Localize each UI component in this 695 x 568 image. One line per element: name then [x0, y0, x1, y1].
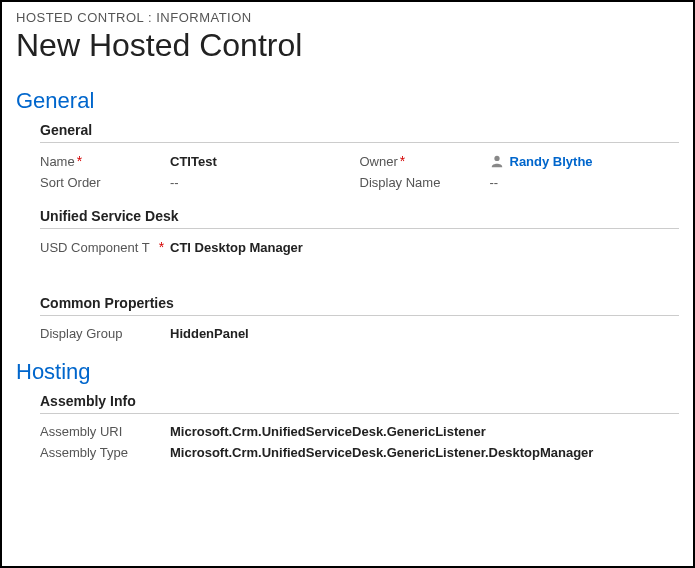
usd-component-label: USD Component T * — [40, 239, 170, 255]
breadcrumb: HOSTED CONTROL : INFORMATION — [16, 10, 679, 25]
assembly-type-value[interactable]: Microsoft.Crm.UnifiedServiceDesk.Generic… — [170, 445, 679, 460]
assembly-type-label: Assembly Type — [40, 445, 170, 460]
field-row-assembly-uri: Assembly URI Microsoft.Crm.UnifiedServic… — [40, 424, 679, 439]
field-row-name-owner: Name* CTITest Owner* Randy Blythe — [40, 153, 679, 169]
usd-component-value[interactable]: CTI Desktop Manager — [170, 240, 679, 255]
svg-point-0 — [494, 156, 499, 161]
name-label: Name* — [40, 153, 170, 169]
display-group-label: Display Group — [40, 326, 170, 341]
name-value[interactable]: CTITest — [170, 154, 360, 169]
subsection-assembly: Assembly Info Assembly URI Microsoft.Crm… — [40, 393, 679, 460]
subsection-general: General Name* CTITest Owner* Randy Blyth… — [40, 122, 679, 190]
required-icon: * — [159, 239, 164, 255]
subsection-common-title: Common Properties — [40, 295, 679, 316]
field-row-display-group: Display Group HiddenPanel — [40, 326, 679, 341]
assembly-uri-label: Assembly URI — [40, 424, 170, 439]
sort-order-value[interactable]: -- — [170, 175, 360, 190]
field-row-component: USD Component T * CTI Desktop Manager — [40, 239, 679, 255]
field-row-assembly-type: Assembly Type Microsoft.Crm.UnifiedServi… — [40, 445, 679, 460]
field-row-sortorder-displayname: Sort Order -- Display Name -- — [40, 175, 679, 190]
subsection-common: Common Properties Display Group HiddenPa… — [40, 295, 679, 341]
subsection-assembly-title: Assembly Info — [40, 393, 679, 414]
page-title: New Hosted Control — [16, 27, 679, 64]
required-icon: * — [400, 153, 405, 169]
owner-link[interactable]: Randy Blythe — [490, 154, 593, 169]
section-general-header[interactable]: General — [16, 88, 679, 114]
section-hosting-header[interactable]: Hosting — [16, 359, 679, 385]
assembly-uri-value[interactable]: Microsoft.Crm.UnifiedServiceDesk.Generic… — [170, 424, 679, 439]
display-name-value[interactable]: -- — [490, 175, 680, 190]
required-icon: * — [77, 153, 82, 169]
subsection-usd-title: Unified Service Desk — [40, 208, 679, 229]
sort-order-label: Sort Order — [40, 175, 170, 190]
owner-label: Owner* — [360, 153, 490, 169]
display-name-label: Display Name — [360, 175, 490, 190]
owner-value: Randy Blythe — [510, 154, 593, 169]
person-icon — [490, 154, 504, 168]
subsection-usd: Unified Service Desk USD Component T * C… — [40, 208, 679, 255]
subsection-general-title: General — [40, 122, 679, 143]
display-group-value[interactable]: HiddenPanel — [170, 326, 679, 341]
